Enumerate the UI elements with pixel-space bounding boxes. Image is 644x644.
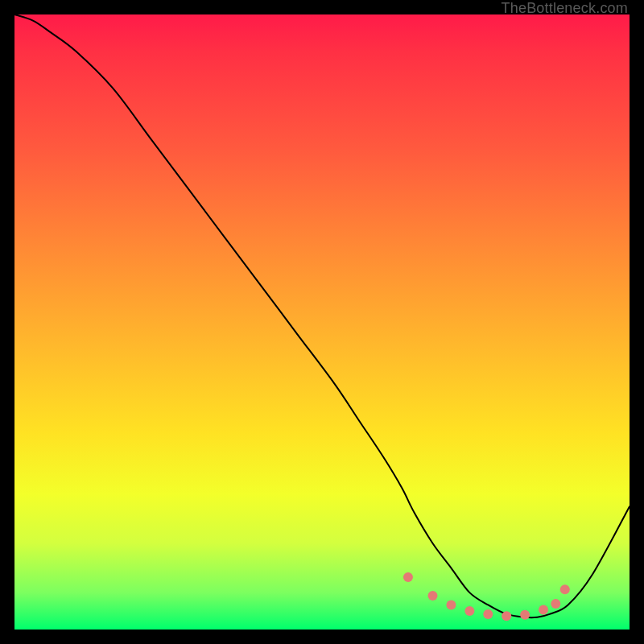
valley-dot [428, 591, 438, 601]
valley-dot [551, 599, 560, 609]
valley-dot [502, 611, 511, 621]
valley-dot [403, 572, 413, 582]
valley-dot [560, 584, 570, 594]
chart-svg [14, 14, 630, 630]
valley-dot [520, 610, 530, 620]
valley-dot [446, 600, 456, 609]
bottleneck-curve [14, 14, 630, 617]
valley-dot [464, 606, 474, 616]
valley-dot [539, 605, 548, 615]
chart-container: TheBottleneck.com [0, 0, 644, 644]
valley-dot [483, 609, 493, 619]
plot-area [14, 14, 630, 630]
